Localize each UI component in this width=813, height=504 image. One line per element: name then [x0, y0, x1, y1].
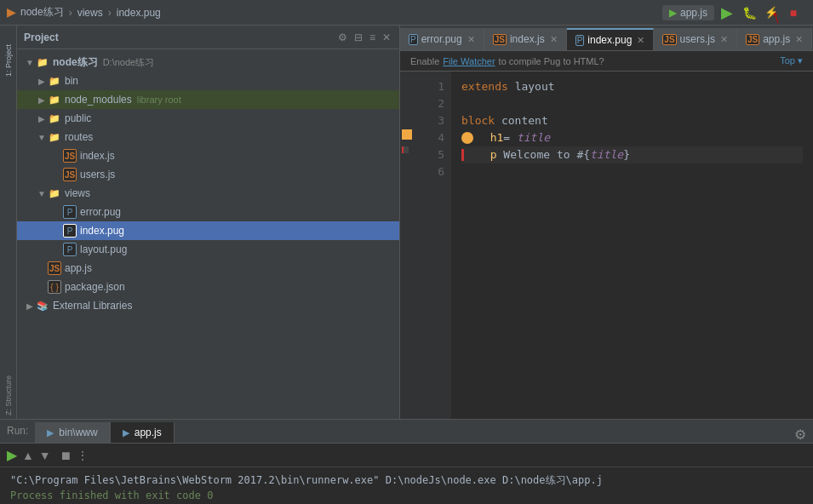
stop-button[interactable]: ■ [784, 3, 803, 22]
breadcrumb-file[interactable]: index.pug [117, 7, 161, 19]
tree-routes-usersjs-label: users.js [80, 169, 115, 180]
tree-routes-indexjs-label: index.js [80, 150, 115, 162]
line-num-5: 5 [417, 146, 444, 163]
kw-title2: title [590, 146, 623, 163]
breakpoint-gutter [400, 72, 417, 419]
bottom-result-line: Process finished with exit code 0 [10, 488, 803, 503]
bottom-scroll-down-btn[interactable]: ▼ [39, 449, 51, 462]
run-config-label: app.js [680, 7, 707, 19]
appjs-tab-icon: ▶ [123, 427, 129, 438]
project-sidebar-icon[interactable]: 1: Project [1, 29, 16, 80]
top-bar: ▶ node练习 › views › index.pug ▶ app.js ▶ … [0, 0, 813, 26]
tree-root[interactable]: ▼ 📁 node练习 D:\node练习 [17, 53, 399, 72]
breakpoint-indicator-4[interactable] [461, 132, 473, 144]
project-header: Project ⚙ ⊟ ≡ ✕ [17, 26, 399, 49]
tab-users-js-icon: JS [662, 34, 676, 45]
tab-index-js-close[interactable]: ✕ [550, 34, 558, 45]
project-collapse-btn[interactable]: ⊟ [352, 32, 364, 43]
kw-brace-open: { [583, 146, 590, 163]
run-config-selector[interactable]: ▶ app.js [662, 5, 714, 20]
tree-routes-arrow[interactable]: ▼ [36, 133, 48, 142]
breakpoint-line4[interactable] [402, 129, 412, 140]
project-options-btn[interactable]: ≡ [368, 32, 377, 43]
project-panel: Project ⚙ ⊟ ≡ ✕ ▼ 📁 node练习 D:\node练习 ▶ 📁… [17, 26, 400, 419]
line-numbers: 1 2 3 4 5 6 [417, 72, 451, 419]
tree-item-error-pug[interactable]: P error.pug [17, 203, 399, 221]
tree-bin-label: bin [65, 75, 78, 87]
tab-users-js-close[interactable]: ✕ [720, 34, 728, 45]
tree-bin-arrow[interactable]: ▶ [36, 77, 48, 86]
bottom-tab-appjs[interactable]: ▶ app.js [111, 422, 175, 443]
debug-icon: 🐛 [742, 6, 757, 20]
kw-welcome: Welcome to # [496, 146, 583, 163]
bottom-settings-icon[interactable]: ⚙ [794, 427, 806, 443]
line-num-3: 3 [417, 112, 444, 129]
code-content[interactable]: extends layout block content h1= title [451, 72, 813, 419]
bottom-tab-binwww-label: bin\www [59, 427, 97, 438]
project-name[interactable]: node练习 [20, 5, 64, 20]
tab-index-pug-close[interactable]: ✕ [637, 35, 644, 46]
notif-action[interactable]: Top ▾ [780, 55, 803, 66]
notif-link[interactable]: File Watcher [443, 56, 495, 66]
tab-error-pug-close[interactable]: ✕ [467, 34, 475, 45]
breakpoint-line5 [402, 146, 409, 153]
bottom-stop-btn[interactable]: ⏹ [60, 449, 72, 462]
bottom-tab-binwww[interactable]: ▶ bin\www [35, 422, 110, 443]
tree-item-packagejson[interactable]: { } package.json [17, 278, 399, 296]
tree-item-layout-pug[interactable]: P layout.pug [17, 240, 399, 259]
tree-item-public[interactable]: ▶ 📁 public [17, 109, 399, 128]
project-close-btn[interactable]: ✕ [381, 32, 392, 43]
bottom-run-btn[interactable]: ▶ [7, 447, 17, 463]
structure-sidebar-icon[interactable]: Z: Structure [1, 368, 16, 419]
pug-icon-index: P [63, 224, 77, 238]
toolbar-right: ▶ app.js ▶ 🐛 ⚡ ■ ↑ [662, 3, 806, 22]
breadcrumb-views[interactable]: views [77, 7, 103, 19]
tree-item-routes-indexjs[interactable]: JS index.js [17, 146, 399, 165]
tree-node-modules-arrow[interactable]: ▶ [36, 95, 48, 105]
tree-item-external-libs[interactable]: ▶ 📚 External Libraries [17, 296, 399, 315]
bottom-content: "C:\Program Files\JetBrains\WebStorm 201… [0, 467, 813, 504]
breadcrumb-sep2: › [108, 7, 112, 19]
tree-item-appjs[interactable]: JS app.js [17, 259, 399, 278]
debug-button[interactable]: 🐛 [740, 3, 759, 22]
tab-index-pug-icon: P [575, 35, 585, 46]
tree-extlibs-arrow[interactable]: ▶ [24, 301, 36, 311]
project-settings-btn[interactable]: ⚙ [336, 32, 349, 43]
tab-app-js[interactable]: JS app.js ✕ [737, 28, 812, 50]
js-icon-appjs: JS [48, 261, 61, 275]
folder-open-icon: 📁 [36, 55, 49, 69]
folder-open-icon-views: 📁 [48, 186, 61, 200]
bottom-scroll-up-btn[interactable]: ▲ [22, 449, 34, 462]
code-line-3: block content [461, 112, 803, 129]
code-line-5: p Welcome to #{title} [461, 146, 803, 163]
tree-appjs-label: app.js [65, 262, 92, 274]
kw-indent4 [477, 129, 490, 146]
tab-users-js[interactable]: JS users.js ✕ [654, 28, 737, 50]
run-label: Run: [7, 425, 28, 437]
tab-app-js-close[interactable]: ✕ [795, 34, 803, 45]
main-area: 1: Project Z: Structure Project ⚙ ⊟ ≡ ✕ … [0, 26, 813, 419]
tab-index-js[interactable]: JS index.js ✕ [484, 28, 567, 50]
tree-item-views[interactable]: ▼ 📁 views [17, 184, 399, 203]
kw-title1: title [517, 129, 550, 146]
kw-content: content [501, 112, 548, 129]
tab-index-pug-label: index.pug [587, 34, 632, 46]
run-button[interactable]: ▶ [718, 3, 736, 22]
tree-item-node-modules[interactable]: ▶ 📁 node_modules library root [17, 90, 399, 109]
tree-item-routes[interactable]: ▼ 📁 routes [17, 128, 399, 146]
tree-root-arrow[interactable]: ▼ [24, 58, 36, 67]
code-editor[interactable]: 1 2 3 4 5 6 extends layout block content [400, 72, 813, 419]
tree-item-bin[interactable]: ▶ 📁 bin [17, 72, 399, 90]
tree-item-routes-usersjs[interactable]: JS users.js [17, 165, 399, 184]
tree-root-label: node练习 [53, 55, 98, 70]
tree-public-arrow[interactable]: ▶ [36, 114, 48, 123]
tab-index-pug[interactable]: P index.pug ✕ [567, 28, 655, 50]
bottom-settings-area: ⚙ [794, 427, 813, 443]
tree-error-pug-label: error.pug [80, 206, 121, 218]
tree-views-arrow[interactable]: ▼ [36, 189, 48, 198]
tree-item-index-pug[interactable]: P index.pug [17, 221, 399, 240]
tab-app-js-icon: JS [746, 34, 759, 45]
tab-error-pug[interactable]: P error.pug ✕ [400, 28, 484, 50]
project-title: Project [24, 32, 333, 43]
bottom-more-btn[interactable]: ⋮ [77, 449, 89, 462]
